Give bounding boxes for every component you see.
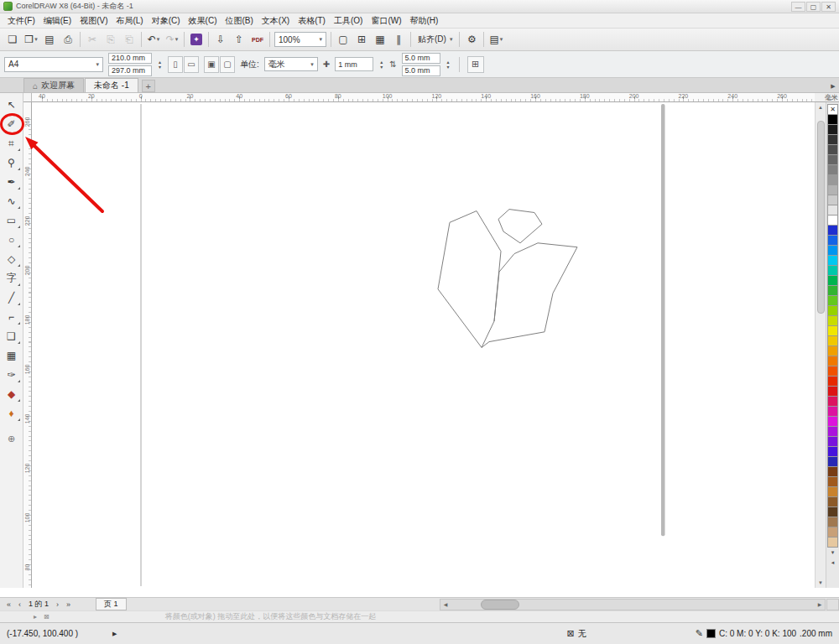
search-content-button[interactable]: ✦ [187,31,206,49]
redo-button[interactable]: ↷▾ [163,31,181,49]
scroll-down-button[interactable]: ▼ [816,578,826,588]
tool-interactive-fill[interactable]: ◆ [2,384,22,403]
landscape-button[interactable]: ▭ [184,56,199,73]
current-page-button[interactable]: ▢ [220,56,235,73]
show-grid-button[interactable]: ▦ [371,31,389,49]
previous-page-button[interactable]: ‹ [14,599,25,610]
undo-button[interactable]: ↶▾ [144,31,163,49]
scroll-left-button[interactable]: ◀ [440,600,451,610]
tool-pick[interactable]: ↖ [2,95,22,114]
maximize-button[interactable]: ▢ [806,2,821,12]
horizontal-scroll-thumb[interactable] [481,600,519,610]
cut-button[interactable]: ✂ [83,31,102,49]
tool-drop-shadow[interactable]: ❑ [2,326,22,345]
menu-item[interactable]: 窗口(W) [367,13,405,29]
next-page-button[interactable]: › [52,599,63,610]
tool-zoom[interactable]: ⚲ [2,153,22,172]
drawing-canvas[interactable] [32,102,815,588]
last-page-button[interactable]: » [63,599,74,610]
menu-item[interactable]: 文本(X) [258,13,294,29]
publish-pdf-button[interactable]: PDF [248,31,267,49]
tool-ellipse[interactable]: ○ [2,230,22,249]
tool-freehand[interactable]: ✒ [2,172,22,191]
palette-scroll-down-button[interactable]: ▾ [827,548,838,558]
show-guidelines-button[interactable]: ∥ [389,31,408,49]
menu-item[interactable]: 布局(L) [112,13,147,29]
tool-polygon[interactable]: ◇ [2,249,22,268]
menu-item[interactable]: 效果(C) [185,13,221,29]
open-button[interactable]: ❒▾ [22,31,40,49]
align-button[interactable]: ⊞ [467,56,484,73]
show-rulers-button[interactable]: ⊞ [352,31,371,49]
vertical-scrollbar[interactable]: ▲ ▼ [815,102,826,588]
duplicate-stepper[interactable]: ▴ ▾ [446,60,451,70]
menu-item[interactable]: 对象(C) [148,13,185,29]
menu-item[interactable]: 视图(V) [76,13,112,29]
print-button[interactable]: ⎙ [59,31,77,49]
vertical-scroll-thumb[interactable] [817,121,825,314]
tool-transparency[interactable]: ▦ [2,345,22,365]
duplicate-y-field[interactable]: 5.0 mm [402,65,440,76]
tool-connector[interactable]: ⌐ [2,307,22,326]
import-button[interactable]: ⇩ [211,31,230,49]
palette-flyout-icon[interactable]: ▸ [34,613,37,621]
duplicate-x-field[interactable]: 5.0 mm [402,53,440,64]
palette-clear-icon[interactable]: ⊠ [44,613,50,621]
tulip-left-petal[interactable] [438,211,501,348]
status-expand-button[interactable]: ▶ [112,631,117,637]
nudge-stepper[interactable]: ▴ ▾ [378,60,384,70]
tool-text[interactable]: 字 [2,268,22,288]
first-page-button[interactable]: « [3,599,14,610]
nudge-field[interactable]: 1 mm [335,57,373,71]
tool-crop[interactable]: ⌗ [2,133,22,153]
tool-color-eyedropper[interactable]: ✑ [2,365,22,384]
page-tab[interactable]: 页 1 [96,598,127,610]
scroll-right-button[interactable]: ▶ [815,600,825,610]
page-size-stepper[interactable]: ▴ ▾ [157,60,163,70]
tulip-top-petal[interactable] [498,210,542,243]
close-button[interactable]: ✕ [821,2,836,12]
menu-item[interactable]: 位图(B) [221,13,257,29]
menu-item[interactable]: 表格(T) [294,13,330,29]
tool-smart-fill[interactable]: ♦ [2,403,22,423]
paste-button[interactable]: ⎗ [120,31,138,49]
tab-document[interactable]: 未命名 -1 [85,78,138,92]
page-height-field[interactable]: 297.0 mm [108,65,152,76]
page-size-dropdown[interactable]: A4 ▾ [4,57,103,72]
page-width-field[interactable]: 210.0 mm [108,53,152,64]
scroll-up-button[interactable]: ▲ [816,102,826,112]
menu-item[interactable]: 帮助(H) [406,13,443,29]
tab-welcome-screen[interactable]: ⌂ 欢迎屏幕 [23,78,84,92]
vertical-ruler[interactable]: 26024022020018016014012010080 [23,102,32,588]
new-tab-button[interactable]: + [142,80,155,92]
new-document-button[interactable]: ❏ [3,31,22,49]
menu-item[interactable]: 工具(O) [330,13,367,29]
minimize-button[interactable]: — [791,2,805,12]
horizontal-scroll-track[interactable] [451,600,815,610]
app-launcher-dropdown[interactable]: ▤ ▾ [487,31,505,49]
color-swatch[interactable] [827,537,838,548]
menu-item[interactable]: 文件(F) [3,13,39,29]
horizontal-scrollbar[interactable]: ◀ ▶ [440,599,826,610]
ruler-label: 180 [580,93,590,99]
portrait-button[interactable]: ▯ [168,56,183,73]
tab-scroll-right-button[interactable]: ▶ [827,80,839,92]
toolbox-more-button[interactable]: ⊕ [2,429,22,449]
units-dropdown[interactable]: 毫米 ▾ [264,57,318,71]
options-button[interactable]: ⚙ [462,31,481,49]
snap-dropdown[interactable]: 贴齐(D) ▾ [414,31,456,49]
zoom-level-dropdown[interactable]: 100% ▾ [274,32,326,47]
menu-item[interactable]: 编辑(E) [39,13,76,29]
tool-artistic-media[interactable]: ∿ [2,191,22,210]
all-pages-button[interactable]: ▣ [204,56,219,73]
export-button[interactable]: ⇧ [230,31,248,49]
tool-rectangle[interactable]: ▭ [2,210,22,230]
full-screen-preview-button[interactable]: ▢ [334,31,352,49]
horizontal-ruler[interactable]: 4020020406080100120140160180200220240260… [32,93,815,102]
tool-shape[interactable]: ✐ [2,114,22,133]
palette-expand-button[interactable]: ◂ [827,558,838,568]
tool-parallel-dimension[interactable]: ╱ [2,288,22,307]
save-button[interactable]: ▤ [40,31,59,49]
tulip-right-petal[interactable] [482,243,577,348]
copy-button[interactable]: ⎘ [102,31,120,49]
